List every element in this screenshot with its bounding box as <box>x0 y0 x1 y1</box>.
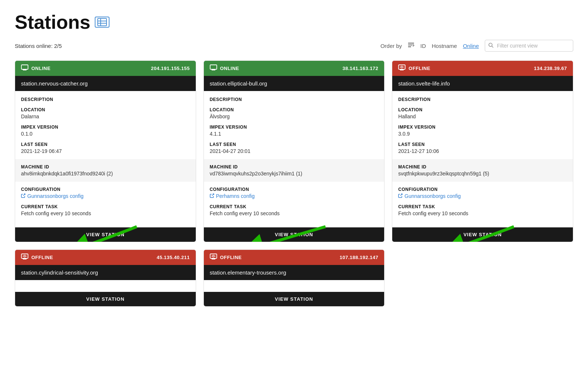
location-section: LOCATION Dalarna <box>21 107 190 119</box>
location-label: LOCATION <box>21 107 190 112</box>
station-card: ONLINE 38.141.163.172 station.elliptical… <box>203 60 385 242</box>
status-bar: ONLINE 204.191.155.155 <box>15 61 196 76</box>
filter-input[interactable] <box>485 40 573 52</box>
location-section: LOCATION Älvsborg <box>210 107 379 119</box>
hostname: station.svelte-life.info <box>398 80 450 87</box>
current-task-section: CURRENT TASK Fetch config every 10 secon… <box>210 204 379 216</box>
monitor-icon <box>21 254 28 261</box>
description-label: DESCRIPTION <box>21 97 190 102</box>
monitor-icon <box>210 254 217 261</box>
card-body <box>204 280 385 292</box>
view-station-button[interactable]: VIEW STATION <box>15 227 196 242</box>
filter-input-wrapper <box>485 40 573 52</box>
status-label: ONLINE <box>31 66 51 71</box>
last-seen-label: LAST SEEN <box>210 142 379 147</box>
hostname: station.cylindrical-sensitivity.org <box>21 269 98 276</box>
impex-value: 4.1.1 <box>210 131 379 137</box>
current-task-label: CURRENT TASK <box>210 204 379 209</box>
svg-rect-37 <box>210 254 217 258</box>
card-body: DESCRIPTION LOCATION Dalarna IMPEX VERSI… <box>15 91 196 227</box>
svg-point-39 <box>211 256 212 256</box>
location-value: Halland <box>398 114 567 119</box>
impex-section: IMPEX VERSION 4.1.1 <box>210 125 379 137</box>
machine-id-section: MACHINE ID vd783iwmqvkuhs2p2o3enykjs7ihi… <box>204 159 385 182</box>
current-task-value: Fetch config every 10 seconds <box>210 210 379 216</box>
search-icon <box>488 43 494 49</box>
external-link-icon <box>210 193 214 199</box>
view-station-button[interactable]: VIEW STATION <box>15 292 196 306</box>
config-link[interactable]: Perhamns config <box>210 193 255 199</box>
monitor-icon <box>21 64 28 72</box>
status-label: OFFLINE <box>220 255 242 260</box>
impex-section: IMPEX VERSION 3.0.9 <box>398 125 567 137</box>
hostname: station.elementary-trousers.org <box>210 269 286 276</box>
svg-rect-15 <box>210 65 217 69</box>
ip-address: 38.141.163.172 <box>342 66 378 71</box>
svg-point-23 <box>400 67 400 67</box>
svg-point-40 <box>215 256 216 256</box>
status-left: OFFLINE <box>398 64 430 72</box>
description-section: DESCRIPTION <box>21 97 190 102</box>
last-seen-section: LAST SEEN 2021-12-19 06:47 <box>21 142 190 154</box>
svg-point-24 <box>403 67 404 67</box>
card-body: DESCRIPTION LOCATION Älvsborg IMPEX VERS… <box>204 91 385 227</box>
cards-grid: ONLINE 204.191.155.155 station.nervous-c… <box>15 60 573 307</box>
hostname-bar: station.cylindrical-sensitivity.org <box>15 265 196 280</box>
status-label: OFFLINE <box>408 66 430 71</box>
status-bar: OFFLINE 107.188.192.147 <box>204 250 385 265</box>
status-left: OFFLINE <box>210 254 242 261</box>
location-value: Älvsborg <box>210 114 379 119</box>
view-station-button[interactable]: VIEW STATION <box>204 227 385 242</box>
config-section: CONFIGURATION Perhamns config <box>210 187 379 199</box>
sort-icon <box>408 42 414 49</box>
order-by-online[interactable]: Online <box>463 43 479 49</box>
station-card: OFFLINE 107.188.192.147 station.elementa… <box>203 249 385 307</box>
svg-rect-0 <box>98 18 107 26</box>
page-header: Stations <box>15 11 573 33</box>
last-seen-value: 2021-12-19 06:47 <box>21 148 190 154</box>
machine-id-section: MACHINE ID ahv8imkqbnkdqk1a0fi1973fnod92… <box>15 159 196 182</box>
impex-label: IMPEX VERSION <box>398 125 567 130</box>
status-bar: OFFLINE 134.238.39.67 <box>392 61 573 76</box>
hostname-bar: station.nervous-catcher.org <box>15 76 196 91</box>
view-station-button[interactable]: VIEW STATION <box>204 292 385 306</box>
machine-id-value: vd783iwmqvkuhs2p2o3enykjs7ihiim1 (1) <box>210 171 379 177</box>
status-bar: OFFLINE 45.135.40.211 <box>15 250 196 265</box>
status-left: ONLINE <box>210 64 239 72</box>
current-task-value: Fetch config every 10 seconds <box>21 210 190 216</box>
status-left: ONLINE <box>21 64 51 72</box>
last-seen-label: LAST SEEN <box>21 142 190 147</box>
current-task-section: CURRENT TASK Fetch config every 10 secon… <box>21 204 190 216</box>
page-title: Stations <box>15 11 90 33</box>
config-link[interactable]: Gunnarssonborgs config <box>398 193 461 199</box>
order-by-id[interactable]: ID <box>420 43 426 49</box>
machine-id-value: ahv8imkqbnkdqk1a0fi1973fnod9240i (2) <box>21 171 190 177</box>
last-seen-value: 2021-04-27 20:01 <box>210 148 379 154</box>
view-station-button[interactable]: VIEW STATION <box>392 227 573 242</box>
ip-address: 107.188.192.147 <box>340 255 378 260</box>
impex-value: 0.1.0 <box>21 131 190 137</box>
svg-line-8 <box>492 46 493 48</box>
station-card: OFFLINE 134.238.39.67 station.svelte-lif… <box>392 60 573 242</box>
monitor-icon <box>210 64 217 72</box>
config-label: CONFIGURATION <box>398 187 567 192</box>
svg-rect-30 <box>21 254 28 258</box>
config-link[interactable]: Gunnarssonborgs config <box>21 193 84 199</box>
toolbar-right: Order by ID Hostname Online <box>380 40 573 52</box>
config-label: CONFIGURATION <box>21 187 190 192</box>
location-label: LOCATION <box>210 107 379 112</box>
list-view-icon[interactable] <box>95 17 109 28</box>
current-task-value: Fetch config every 10 seconds <box>398 210 567 216</box>
machine-id-value: svqtfnkpkwupu9rz3eikqsptcqhn59g1 (5) <box>398 171 567 177</box>
machine-id-label: MACHINE ID <box>21 164 190 170</box>
hostname: station.nervous-catcher.org <box>21 80 88 87</box>
svg-rect-9 <box>21 65 28 69</box>
impex-label: IMPEX VERSION <box>21 125 190 130</box>
ip-address: 204.191.155.155 <box>151 66 190 71</box>
monitor-icon <box>398 64 406 72</box>
svg-point-31 <box>24 255 26 257</box>
order-by-hostname[interactable]: Hostname <box>432 43 457 49</box>
config-label: CONFIGURATION <box>210 187 379 192</box>
description-label: DESCRIPTION <box>210 97 379 102</box>
description-section: DESCRIPTION <box>398 97 567 102</box>
